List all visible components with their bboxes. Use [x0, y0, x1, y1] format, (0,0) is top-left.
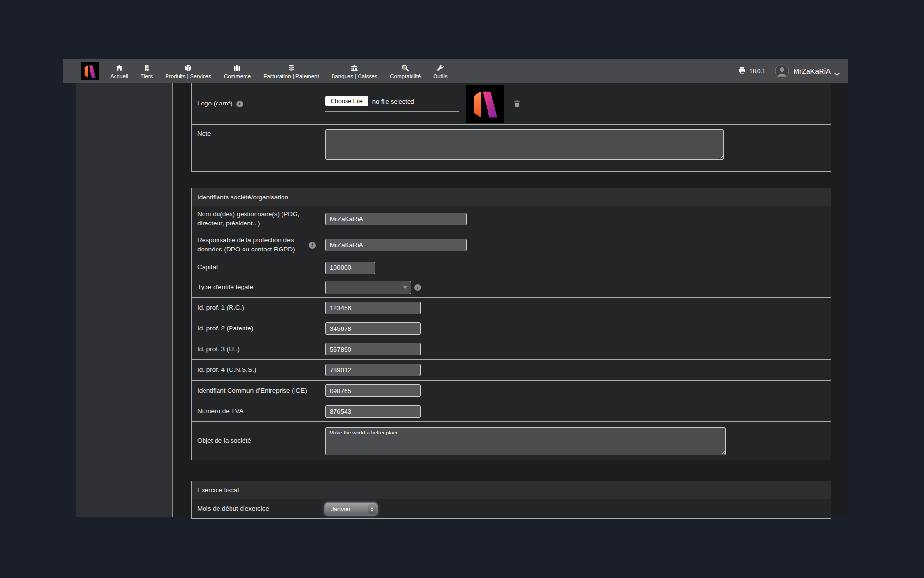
suitcase-icon — [233, 64, 241, 72]
logo-preview — [466, 85, 504, 123]
nav-item-label: Tiers — [141, 73, 153, 79]
building-icon — [143, 64, 151, 72]
dpo-input[interactable] — [325, 239, 467, 251]
nav-item-label: Facturation | Paiement — [263, 73, 319, 79]
field-label: Id. prof. 4 (C.N.S.S.) — [197, 366, 256, 374]
legal-entity-type-row: Type d'entité légale i — [192, 277, 831, 297]
logo-field-label: Logo (carré) — [197, 99, 233, 108]
ice-input[interactable] — [325, 384, 421, 397]
field-label: Type d'entité légale — [197, 283, 253, 291]
ice-row: Identifiant Commun d'Entreprise (ICE) — [192, 380, 831, 401]
tva-input[interactable] — [325, 405, 421, 418]
field-label: Capital — [197, 263, 218, 272]
idprof3-input[interactable] — [325, 343, 421, 355]
nav-item-label: Banques | Caisses — [332, 73, 378, 79]
nav-item-label: Outils — [433, 73, 447, 79]
company-identifiers-table: Identifiants société/organisation Nom du… — [191, 188, 831, 460]
navbar-right: 18.0.1 MrZaKaRiA — [738, 64, 840, 79]
field-label: Id. prof. 1 (R.C.) — [197, 303, 244, 312]
capital-row: Capital — [192, 258, 831, 277]
nav-item-label: Commerce — [224, 73, 251, 79]
search-dollar-icon: $ — [401, 64, 409, 72]
nav-item-facturation-paiement[interactable]: Facturation | Paiement — [257, 59, 325, 83]
company-object-row: Objet de la société Make the world a bet… — [192, 421, 831, 460]
field-label: Identifiant Commun d'Entreprise (ICE) — [197, 386, 307, 395]
capital-input[interactable] — [325, 262, 375, 274]
company-general-table: Logo (carré) i Choose File no file selec… — [191, 83, 831, 172]
manager-name-row: Nom du(des) gestionnaire(s) (PDG, direct… — [192, 206, 831, 232]
svg-text:$: $ — [404, 65, 406, 68]
field-label: Objet de la société — [197, 436, 251, 445]
select-arrow-icon — [403, 286, 407, 289]
idprof1-input[interactable] — [325, 302, 421, 314]
field-label: Numéro de TVA — [197, 407, 244, 416]
app-logo[interactable] — [81, 62, 99, 80]
user-menu[interactable]: MrZaKaRiA — [775, 64, 840, 79]
nav-item-comptabilite[interactable]: $ Comptabilité — [384, 59, 427, 83]
fiscal-section-header: Exercice fiscal — [192, 481, 831, 499]
nav-item-accueil[interactable]: Accueil — [104, 59, 134, 83]
nav-item-label: Accueil — [110, 73, 128, 79]
note-textarea[interactable] — [325, 129, 724, 160]
bank-icon — [350, 64, 358, 72]
idprof4-input[interactable] — [325, 364, 421, 376]
logo-row: Logo (carré) i Choose File no file selec… — [192, 83, 831, 124]
trash-icon[interactable] — [513, 100, 521, 108]
idprof2-row: Id. prof. 2 (Patente) — [192, 318, 831, 339]
fiscal-year-table: Exercice fiscal Mois de début d'exercice… — [191, 481, 831, 519]
field-label: Nom du(des) gestionnaire(s) (PDG, direct… — [197, 210, 316, 227]
field-label: Id. prof. 2 (Patente) — [197, 324, 253, 333]
tva-row: Numéro de TVA — [192, 401, 831, 421]
info-icon: i — [414, 284, 421, 291]
chevron-down-icon — [834, 69, 840, 73]
info-icon: i — [236, 101, 243, 107]
top-navbar: Accueil Tiers Produits | Services — [63, 59, 848, 83]
main-menu: Accueil Tiers Produits | Services — [104, 59, 454, 83]
field-label: Responsable de la protection des données… — [197, 236, 306, 253]
fiscal-month-value: Janvier — [331, 505, 351, 512]
choose-file-button[interactable]: Choose File — [325, 96, 368, 106]
wrench-icon — [436, 64, 444, 72]
fiscal-start-month-row: Mois de début d'exercice Janvier — [192, 499, 831, 518]
home-icon — [116, 64, 123, 72]
left-sidebar — [76, 83, 173, 517]
field-label: Id. prof. 3 (I.F.) — [197, 345, 240, 354]
identifiers-section-header: Identifiants société/organisation — [192, 188, 831, 206]
file-status-text: no file selected — [372, 98, 414, 105]
nav-item-tiers[interactable]: Tiers — [134, 59, 159, 83]
manager-name-input[interactable] — [325, 213, 467, 225]
nav-item-outils[interactable]: Outils — [427, 59, 453, 83]
logo-file-input[interactable]: Choose File no file selected — [325, 96, 459, 112]
select-spinner-icon — [368, 504, 376, 514]
desktop-background: Accueil Tiers Produits | Services — [0, 0, 924, 578]
company-setup-form: Logo (carré) i Choose File no file selec… — [191, 83, 831, 519]
nav-item-label: Produits | Services — [165, 73, 211, 79]
coins-icon — [287, 64, 295, 72]
field-label: Mois de début d'exercice — [197, 504, 269, 513]
idprof1-row: Id. prof. 1 (R.C.) — [192, 297, 831, 318]
idprof3-row: Id. prof. 3 (I.F.) — [192, 339, 831, 359]
dpo-row: Responsable de la protection des données… — [192, 232, 831, 258]
note-row: Note — [192, 124, 831, 171]
brand-m-icon — [81, 62, 99, 80]
nav-item-label: Comptabilité — [390, 73, 421, 79]
printer-icon[interactable] — [738, 66, 746, 76]
user-name: MrZaKaRiA — [793, 67, 831, 75]
idprof2-input[interactable] — [325, 322, 421, 335]
page-content: Logo (carré) i Choose File no file selec… — [76, 83, 848, 517]
print-version: 18.0.1 — [738, 66, 765, 76]
idprof4-row: Id. prof. 4 (C.N.S.S.) — [192, 359, 831, 380]
cube-icon — [184, 64, 192, 72]
note-field-label: Note — [197, 130, 211, 138]
fiscal-month-select[interactable]: Janvier — [325, 503, 377, 515]
nav-item-banques-caisses[interactable]: Banques | Caisses — [325, 59, 384, 83]
company-object-textarea[interactable]: Make the world a better place — [325, 427, 726, 455]
info-icon: i — [309, 242, 316, 249]
legal-entity-select[interactable] — [325, 281, 411, 294]
version-label: 18.0.1 — [749, 68, 765, 75]
avatar — [775, 64, 789, 79]
nav-item-commerce[interactable]: Commerce — [218, 59, 257, 83]
app-window: Accueil Tiers Produits | Services — [63, 59, 848, 517]
nav-item-produits-services[interactable]: Produits | Services — [159, 59, 218, 83]
